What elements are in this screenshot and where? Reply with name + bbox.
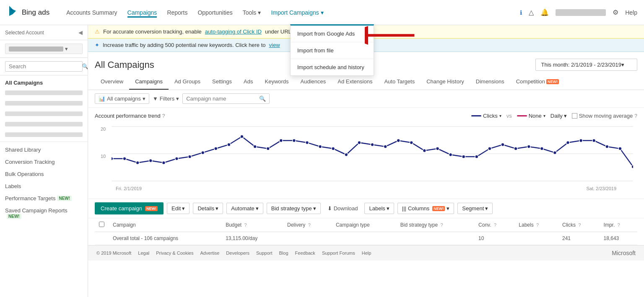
tab-ad-extensions[interactable]: Ad Extensions (332, 74, 378, 90)
date-range-picker[interactable]: This month: 2/1/2019 - 2/23/2019 ▾ (535, 59, 637, 71)
download-label: Download (334, 205, 358, 212)
columns-button[interactable]: ||| Columns NEW! ▾ (397, 203, 454, 214)
campaigns-view-btn[interactable]: 📊 All campaigns ▾ (95, 93, 149, 104)
sidebar-item-bulk-operations[interactable]: Bulk Operations (0, 168, 88, 180)
chart-help-icon[interactable]: ? (162, 113, 165, 119)
sidebar-item-shared-library[interactable]: Shared Library (0, 144, 88, 156)
tab-competition[interactable]: Competition NEW! (510, 74, 565, 90)
import-from-file-item[interactable]: Import from file (291, 42, 374, 59)
warning-icon[interactable]: △ (529, 8, 534, 16)
labels-help-icon[interactable]: ? (536, 222, 539, 227)
campaign-search-area[interactable]: 🔍 (182, 93, 270, 104)
footer-link-support-forums[interactable]: Support Forums (322, 251, 355, 256)
footer-link-advertise[interactable]: Advertise (200, 251, 220, 256)
help-link[interactable]: Help (625, 9, 637, 16)
sidebar-search-input[interactable] (9, 63, 79, 70)
nav-reports[interactable]: Reports (167, 8, 187, 18)
sidebar-campaign-item-3[interactable] (0, 108, 88, 119)
footer-link-legal[interactable]: Legal (138, 251, 149, 256)
chart-header: Account performance trend ? Clicks ▾ vs … (95, 113, 637, 119)
saved-campaign-reports-new-badge: NEW! (7, 214, 21, 219)
view-keywords-link[interactable]: view (269, 42, 280, 48)
svg-point-24 (332, 147, 335, 150)
nav-import-campaigns[interactable]: Import Campaigns ▾ (271, 8, 323, 18)
none-metric-selector[interactable]: None ▾ (517, 113, 545, 119)
moving-avg-checkbox[interactable] (572, 113, 577, 119)
nav-campaigns[interactable]: Campaigns (127, 8, 157, 18)
segment-button[interactable]: Segment ▾ (457, 203, 493, 214)
svg-point-17 (240, 135, 244, 138)
impr-help-icon[interactable]: ? (618, 222, 620, 227)
conv-help-icon[interactable]: ? (494, 222, 496, 227)
performance-targets-new-badge: NEW! (57, 196, 72, 201)
tab-overview[interactable]: Overview (95, 74, 129, 90)
tab-ad-groups[interactable]: Ad Groups (169, 74, 206, 90)
tab-dimensions[interactable]: Dimensions (470, 74, 510, 90)
nav-tools[interactable]: Tools ▾ (243, 8, 261, 18)
svg-point-42 (566, 141, 570, 144)
daily-label: Daily (551, 113, 563, 119)
settings-gear-icon[interactable]: ⚙ (613, 8, 618, 16)
account-selector[interactable]: ▾ (5, 44, 83, 54)
sidebar-item-conversion-tracking[interactable]: Conversion Tracking (0, 156, 88, 168)
svg-point-29 (397, 139, 400, 142)
tab-campaigns[interactable]: Campaigns (129, 74, 169, 90)
tab-settings[interactable]: Settings (206, 74, 238, 90)
sidebar-campaign-item-2[interactable] (0, 98, 88, 108)
tab-keywords[interactable]: Keywords (259, 74, 295, 90)
sidebar-item-saved-campaign-reports[interactable]: Saved Campaign Reports NEW! (0, 204, 88, 222)
edit-button[interactable]: Edit ▾ (167, 203, 190, 214)
logo-area: Bing ads (7, 5, 49, 20)
bid-strategy-button[interactable]: Bid strategy type ▾ (267, 203, 321, 214)
download-button[interactable]: ⬇ Download (324, 203, 361, 214)
footer-link-feedback[interactable]: Feedback (295, 251, 315, 256)
sidebar-campaign-item-4[interactable] (0, 119, 88, 129)
select-all-checkbox[interactable] (99, 222, 104, 227)
import-schedule-history-item[interactable]: Import schedule and history (291, 59, 374, 75)
automate-arrow: ▾ (256, 205, 259, 212)
tab-audiences[interactable]: Audiences (295, 74, 332, 90)
bottom-toolbar: Create campaign NEW! Edit ▾ Details ▾ Au… (88, 199, 644, 218)
sidebar-item-labels[interactable]: Labels (0, 180, 88, 192)
table-total-row: Overall total - 106 campaigns 13,115.00/… (95, 232, 637, 245)
moving-avg-help-icon[interactable]: ? (634, 113, 637, 119)
footer-link-blog[interactable]: Blog (279, 251, 288, 256)
footer-link-privacy[interactable]: Privacy & Cookies (156, 251, 193, 256)
nav-accounts-summary[interactable]: Accounts Summary (66, 8, 117, 18)
sidebar-campaign-item-5[interactable] (0, 129, 88, 140)
sidebar-search-box[interactable]: 🔍 (5, 61, 83, 72)
info-icon[interactable]: ℹ (520, 9, 522, 16)
footer-link-help[interactable]: Help (362, 251, 371, 256)
filters-btn[interactable]: ▼ Filters ▾ (153, 96, 179, 102)
budget-help-icon[interactable]: ? (244, 222, 247, 227)
daily-period-selector[interactable]: Daily ▾ (551, 113, 567, 119)
details-arrow: ▾ (216, 205, 218, 212)
bell-icon[interactable]: 🔔 (540, 8, 549, 16)
campaign-name-blurred-1 (5, 90, 83, 95)
footer-link-developers[interactable]: Developers (226, 251, 249, 256)
delivery-help-icon[interactable]: ? (308, 222, 311, 227)
auto-tagging-link[interactable]: auto-tagging of Click ID (205, 28, 262, 35)
import-google-ads-item[interactable]: Import from Google Ads (291, 26, 374, 42)
footer-link-support[interactable]: Support (256, 251, 273, 256)
clicks-metric-selector[interactable]: Clicks ▾ (471, 113, 501, 119)
moving-average-toggle[interactable]: Show moving average ? (572, 113, 637, 119)
tab-auto-targets[interactable]: Auto Targets (378, 74, 421, 90)
svg-point-11 (162, 161, 166, 164)
campaign-search-input[interactable] (186, 96, 257, 102)
tab-change-history[interactable]: Change History (421, 74, 470, 90)
create-campaign-button[interactable]: Create campaign NEW! (95, 202, 164, 214)
clicks-help-icon[interactable]: ? (578, 222, 581, 227)
sidebar-campaign-item-1[interactable] (0, 88, 88, 98)
tab-ads[interactable]: Ads (238, 74, 259, 90)
sidebar-item-performance-targets[interactable]: Performance Targets NEW! (0, 192, 88, 204)
nav-opportunities[interactable]: Opportunities (197, 8, 232, 18)
automate-button[interactable]: Automate ▾ (226, 203, 263, 214)
details-button[interactable]: Details ▾ (193, 203, 223, 214)
bid-strategy-help-icon[interactable]: ? (441, 222, 443, 227)
sidebar-collapse-icon[interactable]: ◀ (78, 29, 83, 36)
none-label: None (529, 113, 542, 119)
chart-container: 20 10 Fri. 2/1/2019 Sat. 2/23/2019 (95, 122, 637, 194)
date-range-text: This month: 2/1/2019 - 2/23/2019 (541, 62, 621, 68)
labels-button[interactable]: Labels ▾ (364, 203, 394, 214)
